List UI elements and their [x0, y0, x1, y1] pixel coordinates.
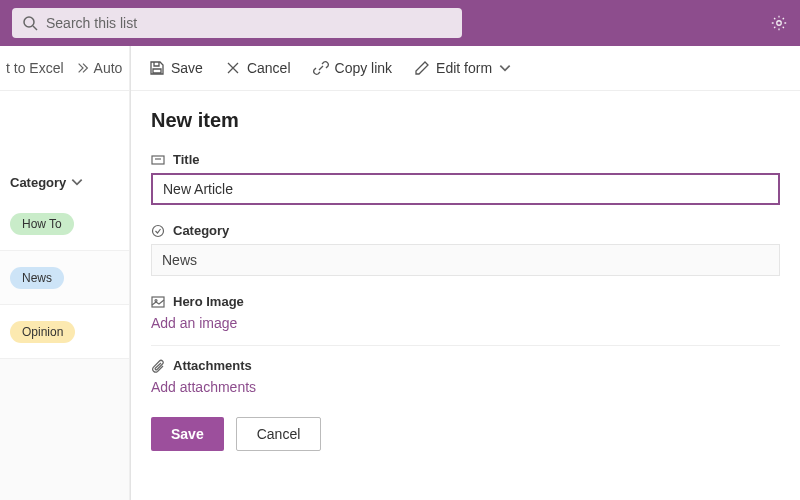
- command-bar-left: t to Excel Auto: [0, 46, 129, 91]
- save-icon: [149, 60, 165, 76]
- search-icon: [22, 15, 38, 31]
- search-box[interactable]: [12, 8, 462, 38]
- category-pill: How To: [10, 213, 74, 235]
- svg-point-0: [24, 17, 34, 27]
- edit-icon: [414, 60, 430, 76]
- edit-form-button[interactable]: Edit form: [414, 60, 512, 76]
- divider: [151, 345, 780, 346]
- save-button[interactable]: Save: [149, 60, 203, 76]
- search-input[interactable]: [46, 15, 452, 31]
- paperclip-icon: [151, 359, 165, 373]
- svg-rect-3: [152, 156, 164, 164]
- top-suite-bar: [0, 0, 800, 46]
- title-input[interactable]: [151, 173, 780, 205]
- category-pill: News: [10, 267, 64, 289]
- list-row[interactable]: How To: [0, 197, 129, 251]
- column-header-category[interactable]: Category: [0, 167, 129, 197]
- panel-title: New item: [151, 109, 780, 132]
- save-primary-button[interactable]: Save: [151, 417, 224, 451]
- title-label: Title: [151, 152, 780, 167]
- background-list: t to Excel Auto Category How To News Opi…: [0, 46, 130, 500]
- list-row[interactable]: News: [0, 251, 129, 305]
- choice-icon: [151, 224, 165, 238]
- copy-link-button[interactable]: Copy link: [313, 60, 393, 76]
- hero-image-label: Hero Image: [151, 294, 780, 309]
- svg-point-6: [155, 299, 157, 301]
- panel-toolbar: Save Cancel Copy link Edit form: [131, 46, 800, 91]
- new-item-panel: Save Cancel Copy link Edit form: [130, 46, 800, 500]
- cancel-secondary-button[interactable]: Cancel: [236, 417, 322, 451]
- category-label: Category: [151, 223, 780, 238]
- chevron-down-icon: [498, 61, 512, 75]
- image-icon: [151, 295, 165, 309]
- svg-line-1: [33, 26, 37, 30]
- settings-icon[interactable]: [770, 14, 788, 32]
- link-icon: [313, 60, 329, 76]
- attachments-label: Attachments: [151, 358, 780, 373]
- export-excel-button[interactable]: t to Excel: [6, 60, 64, 76]
- chevron-down-icon: [70, 175, 84, 189]
- flow-icon: [76, 61, 90, 75]
- text-field-icon: [151, 153, 165, 167]
- automate-button[interactable]: Auto: [76, 60, 123, 76]
- add-image-link[interactable]: Add an image: [151, 315, 780, 331]
- cancel-button[interactable]: Cancel: [225, 60, 291, 76]
- close-icon: [225, 60, 241, 76]
- svg-point-2: [777, 21, 782, 26]
- add-attachments-link[interactable]: Add attachments: [151, 379, 780, 395]
- category-field[interactable]: News: [151, 244, 780, 276]
- list-row[interactable]: Opinion: [0, 305, 129, 359]
- svg-point-4: [153, 225, 164, 236]
- category-pill: Opinion: [10, 321, 75, 343]
